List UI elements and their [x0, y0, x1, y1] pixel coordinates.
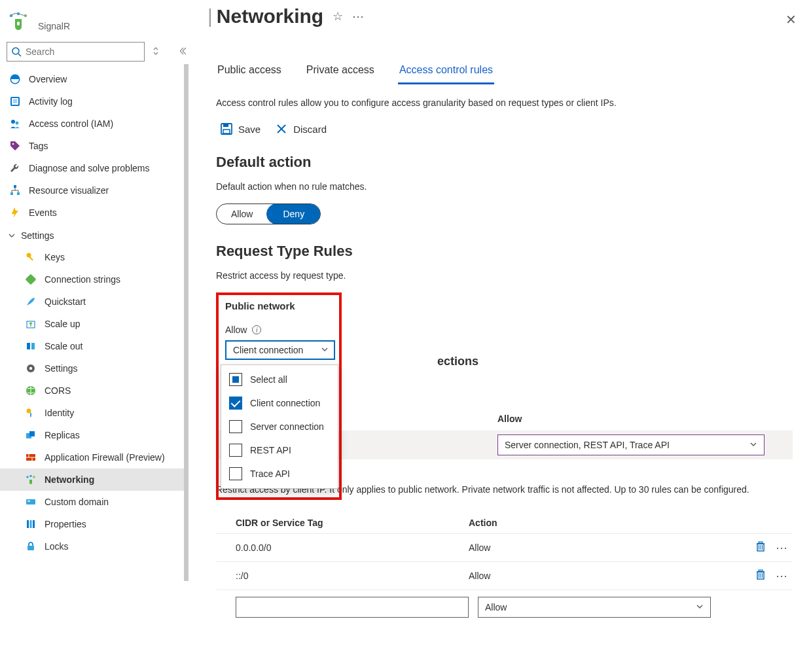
identity-icon: [25, 407, 37, 419]
sidebar-item-properties[interactable]: Properties: [0, 513, 189, 535]
tab-access-control-rules[interactable]: Access control rules: [398, 60, 494, 84]
row-more-icon[interactable]: ⋯: [776, 540, 789, 555]
svg-rect-45: [223, 130, 230, 133]
sidebar-item-scale-up[interactable]: Scale up: [0, 313, 189, 335]
search-input[interactable]: [26, 46, 140, 57]
expand-collapse-icon[interactable]: [150, 44, 162, 60]
key-icon: [25, 251, 37, 263]
search-icon: [11, 46, 22, 57]
close-icon[interactable]: ✕: [785, 12, 797, 27]
svg-rect-8: [12, 98, 18, 105]
svg-point-26: [27, 409, 31, 414]
sidebar-item-cors[interactable]: CORS: [0, 380, 189, 402]
option-label: Select all: [250, 374, 287, 385]
sidebar-item-networking[interactable]: Networking: [0, 469, 189, 491]
tab-public-access[interactable]: Public access: [216, 60, 283, 84]
svg-point-11: [11, 120, 15, 124]
new-action-select[interactable]: Allow: [478, 597, 711, 618]
private-endpoint-allow-select[interactable]: Server connection, REST API, Trace API: [497, 434, 765, 455]
svg-rect-44: [223, 124, 228, 127]
discard-button[interactable]: Discard: [275, 122, 327, 135]
checkbox-partial-icon: [229, 373, 242, 386]
sidebar-item-scale-out[interactable]: Scale out: [0, 335, 189, 357]
favorite-star-icon[interactable]: ☆: [333, 9, 343, 24]
dropdown-value: Client connection: [233, 345, 303, 355]
svg-point-35: [29, 475, 32, 478]
sidebar-item-label: Diagnose and solve problems: [29, 163, 149, 173]
action-value: Allow: [469, 571, 717, 581]
page-title: Networking: [217, 5, 323, 27]
sidebar-item-custom-domain[interactable]: Custom domain: [0, 491, 189, 513]
sidebar-item-label: Locks: [45, 541, 69, 552]
quickstart-icon: [25, 296, 37, 308]
svg-rect-19: [26, 274, 36, 285]
tab-private-access[interactable]: Private access: [305, 60, 376, 84]
request-type-rules-sub: Restrict access by request type.: [216, 270, 793, 281]
delete-row-button[interactable]: [755, 569, 766, 583]
checkbox-icon: [229, 444, 242, 457]
public-network-heading: Public network: [225, 300, 333, 311]
events-icon: [9, 207, 21, 219]
row-more-icon[interactable]: ⋯: [776, 569, 789, 583]
sidebar-item-diagnose[interactable]: Diagnose and solve problems: [0, 157, 189, 179]
option-select-all[interactable]: Select all: [221, 368, 338, 391]
option-server-connection[interactable]: Server connection: [221, 415, 338, 438]
connection-icon: [25, 274, 37, 285]
sidebar-item-app-firewall[interactable]: Application Firewall (Preview): [0, 446, 189, 469]
svg-point-34: [26, 476, 29, 478]
svg-rect-42: [27, 546, 34, 550]
scrollbar-thumb[interactable]: [184, 64, 189, 581]
col-cidr: CIDR or Service Tag: [216, 518, 469, 528]
sidebar-item-tags[interactable]: Tags: [0, 135, 189, 157]
ip-rule-row: ::/0 Allow ⋯: [216, 562, 793, 590]
properties-icon: [25, 518, 37, 530]
allow-dropdown[interactable]: Client connection: [225, 340, 335, 360]
svg-rect-18: [29, 256, 33, 261]
sidebar-item-activity-log[interactable]: Activity log: [0, 90, 189, 113]
svg-rect-22: [31, 343, 35, 349]
allow-label: Allow: [225, 325, 247, 335]
sidebar-item-replicas[interactable]: Replicas: [0, 424, 189, 446]
delete-row-button[interactable]: [755, 540, 766, 555]
pill-deny[interactable]: Deny: [266, 203, 321, 224]
sidebar-item-keys[interactable]: Keys: [0, 246, 189, 268]
wrench-icon: [9, 162, 21, 174]
cidr-value: 0.0.0.0/0: [216, 542, 469, 553]
more-icon[interactable]: ⋯: [352, 9, 364, 24]
option-trace-api[interactable]: Trace API: [221, 462, 338, 486]
sidebar-item-iam[interactable]: Access control (IAM): [0, 113, 189, 135]
svg-rect-29: [29, 431, 35, 436]
sidebar-item-resource-visualizer[interactable]: Resource visualizer: [0, 179, 189, 202]
lock-icon: [25, 540, 37, 552]
sidebar-item-label: Overview: [29, 74, 67, 84]
option-rest-api[interactable]: REST API: [221, 438, 338, 462]
sidebar-item-quickstart[interactable]: Quickstart: [0, 291, 189, 313]
sidebar-item-settings[interactable]: Settings: [0, 357, 189, 380]
highlighted-public-network-box: Public network Allow i Client connection…: [216, 292, 342, 500]
pill-allow[interactable]: Allow: [217, 204, 267, 224]
svg-rect-3: [17, 22, 20, 26]
sidebar-item-label: Custom domain: [45, 497, 109, 507]
info-icon[interactable]: i: [252, 325, 261, 334]
svg-rect-53: [759, 542, 763, 543]
sidebar-section-settings[interactable]: Settings: [0, 224, 189, 246]
sidebar-search[interactable]: [7, 42, 145, 62]
sidebar-item-events[interactable]: Events: [0, 202, 189, 224]
checkbox-checked-icon: [229, 397, 242, 410]
replicas-icon: [25, 429, 37, 441]
new-cidr-input[interactable]: [236, 597, 469, 618]
sidebar-item-locks[interactable]: Locks: [0, 535, 189, 557]
pe-allow-col-heading: Allow: [497, 414, 793, 424]
save-button[interactable]: Save: [220, 122, 261, 135]
sidebar-item-label: Scale up: [45, 319, 80, 329]
resource-type-icon: [5, 8, 31, 34]
sidebar-item-overview[interactable]: Overview: [0, 68, 189, 90]
svg-rect-39: [27, 520, 29, 528]
option-client-connection[interactable]: Client connection: [221, 391, 338, 415]
sidebar-item-connection-strings[interactable]: Connection strings: [0, 268, 189, 291]
sidebar-item-label: Replicas: [45, 430, 80, 440]
sidebar-item-identity[interactable]: Identity: [0, 402, 189, 424]
ip-rule-row: 0.0.0.0/0 Allow ⋯: [216, 534, 793, 562]
scaleout-icon: [25, 340, 37, 352]
sidebar-item-label: Connection strings: [45, 274, 120, 285]
